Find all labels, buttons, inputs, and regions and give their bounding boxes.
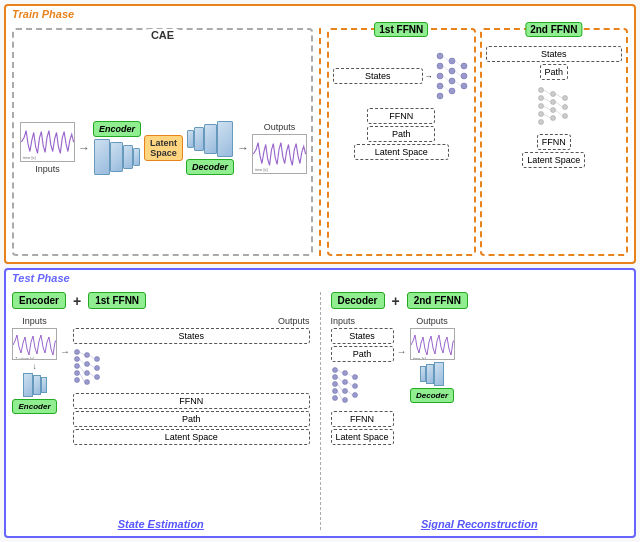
svg-line-77: [337, 384, 342, 391]
test-left-inputs-label: Inputs: [22, 316, 47, 326]
svg-point-67: [332, 396, 337, 401]
cae-section: CAE time [s] Sig. Inputs: [12, 28, 313, 256]
test-right-output: Outputs time [s] Decoder: [410, 316, 455, 403]
svg-point-74: [352, 393, 357, 398]
svg-point-11: [449, 68, 455, 74]
svg-point-72: [352, 375, 357, 380]
svg-point-32: [551, 116, 556, 121]
svg-point-50: [85, 362, 90, 367]
ffnn2-col: States Path: [486, 44, 622, 250]
ffnn1-label: 1st FFNN: [374, 22, 428, 37]
svg-point-30: [551, 100, 556, 105]
svg-line-57: [80, 359, 85, 364]
svg-line-20: [443, 86, 449, 91]
ffnn2-network: [536, 82, 571, 132]
ffnn2-latent: Latent Space: [522, 152, 585, 168]
svg-line-56: [80, 352, 85, 355]
cae-inputs-label: Inputs: [35, 164, 60, 174]
svg-point-49: [85, 353, 90, 358]
test-right-latent: Latent Space: [331, 429, 394, 445]
test-left-path: Path: [73, 411, 310, 427]
test-left-ffnn-row: [73, 346, 310, 391]
svg-text:time [s]: time [s]: [413, 356, 426, 360]
svg-point-31: [551, 108, 556, 113]
svg-point-70: [342, 389, 347, 394]
svg-point-51: [85, 371, 90, 376]
test-right-plus: +: [392, 293, 400, 309]
svg-point-28: [539, 120, 544, 125]
svg-point-24: [539, 88, 544, 93]
ffnn1-latent: Latent Space: [354, 144, 450, 160]
cae-label: CAE: [147, 29, 178, 41]
svg-point-7: [437, 73, 443, 79]
test-left-latent: Latent Space: [73, 429, 310, 445]
svg-point-29: [551, 92, 556, 97]
test-right-path: Path: [331, 346, 394, 362]
test-right-ffnn-boxes: Inputs States Path: [331, 316, 394, 445]
svg-point-53: [95, 357, 100, 362]
test-left-outputs: Outputs: [278, 316, 310, 326]
test-divider: [320, 292, 321, 530]
svg-line-79: [347, 373, 352, 377]
test-right-states: States: [331, 328, 394, 344]
decoder-cubes: [187, 121, 233, 157]
svg-point-12: [449, 78, 455, 84]
test-encoder-label: Encoder: [12, 292, 66, 309]
svg-point-69: [342, 380, 347, 385]
ffnn1-col: States →: [333, 44, 469, 250]
ffnn1-ffnn: FFNN: [367, 108, 435, 124]
cae-inner: time [s] Sig. Inputs → Encoder: [20, 46, 307, 250]
svg-point-15: [461, 73, 467, 79]
svg-point-35: [563, 114, 568, 119]
svg-line-75: [337, 370, 342, 373]
ffnn2-ffnn: FFNN: [537, 134, 571, 150]
test-right-inputs: Inputs: [331, 316, 394, 326]
svg-point-55: [95, 375, 100, 380]
test-left-states: States: [73, 328, 310, 344]
test-right: Decoder + 2nd FFNN Inputs States Path: [331, 292, 629, 530]
output-signal-plot: time [s]: [252, 134, 307, 174]
test-right-signal: time [s]: [410, 328, 455, 360]
cae-input-area: time [s] Sig. Inputs: [20, 122, 75, 174]
test-right-outputs: Outputs: [416, 316, 448, 326]
ffnn2-states: States: [486, 46, 622, 62]
test-left-ffnn-boxes: Outputs States: [73, 316, 310, 445]
test-encoder-box: Encoder: [12, 399, 56, 414]
svg-line-61: [90, 364, 95, 368]
svg-text:T→time [s]: T→time [s]: [15, 356, 34, 360]
svg-point-10: [449, 58, 455, 64]
test-right-cubes: [420, 362, 444, 386]
svg-point-45: [75, 357, 80, 362]
svg-point-25: [539, 96, 544, 101]
svg-point-16: [461, 83, 467, 89]
input-signal-plot: time [s] Sig.: [20, 122, 75, 162]
svg-point-71: [342, 398, 347, 403]
train-ffnn-area: 1st FFNN States →: [327, 28, 628, 256]
test-left-header: Encoder + 1st FFNN: [12, 292, 310, 309]
test-right-ffnn: FFNN: [331, 411, 394, 427]
svg-point-66: [332, 389, 337, 394]
test-phase-label: Test Phase: [12, 272, 70, 284]
svg-point-13: [449, 88, 455, 94]
svg-point-27: [539, 112, 544, 117]
svg-line-62: [90, 373, 95, 377]
ffnn1-states: States: [333, 68, 422, 84]
svg-line-76: [337, 377, 342, 382]
train-phase-label: Train Phase: [12, 8, 74, 20]
svg-point-33: [563, 96, 568, 101]
svg-line-18: [443, 66, 449, 71]
svg-line-80: [347, 382, 352, 386]
test-left: Encoder + 1st FFNN Inputs T→time [s] ↓: [12, 292, 310, 530]
svg-point-54: [95, 366, 100, 371]
latent-space-label: Latent Space: [144, 135, 183, 161]
test-right-ffnn-label: 2nd FFNN: [407, 292, 468, 309]
svg-point-68: [342, 371, 347, 376]
test-right-header: Decoder + 2nd FFNN: [331, 292, 629, 309]
svg-line-38: [544, 106, 551, 110]
svg-line-58: [80, 366, 85, 373]
svg-line-19: [443, 76, 449, 81]
svg-point-14: [461, 63, 467, 69]
test-left-signal: T→time [s]: [12, 328, 57, 360]
svg-line-37: [544, 98, 551, 102]
test-left-input: Inputs T→time [s] ↓ Encoder: [12, 316, 57, 414]
